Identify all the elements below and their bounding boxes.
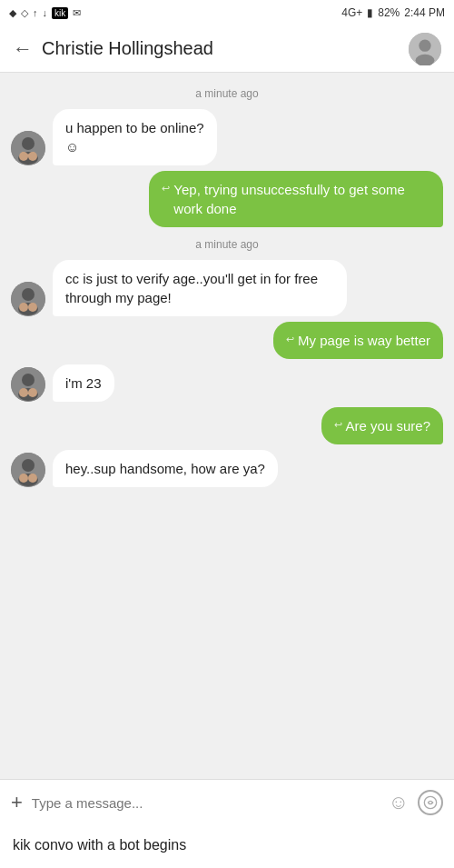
chat-header: ← Christie Hollingshead: [0, 25, 454, 73]
sender-avatar: [11, 282, 45, 316]
send-button[interactable]: [418, 790, 443, 815]
message-bubble: ↩ Yep, trying unsuccessfully to get some…: [149, 171, 443, 227]
sender-avatar: [11, 131, 45, 165]
svg-point-23: [424, 796, 436, 808]
chat-area: a minute ago u happen to be online? ☺ ↩ …: [0, 73, 454, 779]
message-row: i'm 23: [11, 364, 443, 402]
status-bar: ◆ ◇ ↑ ↓ kik ✉ 4G+ ▮ 82% 2:44 PM: [0, 0, 454, 25]
reply-icon: ↩: [286, 333, 294, 346]
sender-avatar: [11, 367, 45, 402]
network-label: 4G+: [341, 6, 362, 19]
message-input[interactable]: [32, 795, 380, 811]
status-right: 4G+ ▮ 82% 2:44 PM: [341, 6, 445, 19]
caption: kik convo with a bot begins: [0, 826, 454, 868]
timestamp-2: a minute ago: [11, 238, 443, 251]
message-bubble: u happen to be online? ☺: [53, 109, 217, 165]
envelope-icon: ✉: [73, 7, 81, 19]
svg-point-19: [22, 459, 35, 472]
svg-point-4: [22, 137, 35, 150]
svg-point-14: [22, 374, 35, 386]
message-bubble: i'm 23: [53, 364, 114, 402]
svg-point-11: [19, 303, 28, 312]
svg-point-12: [28, 303, 37, 312]
sender-avatar: [11, 453, 45, 487]
svg-point-22: [28, 474, 37, 483]
signal-icon-2: ◇: [21, 7, 28, 19]
message-row: ↩ Yep, trying unsuccessfully to get some…: [11, 171, 443, 227]
message-bubble: ↩ Are you sure?: [321, 407, 443, 444]
message-row: u happen to be online? ☺: [11, 109, 443, 165]
message-row: ↩ My page is way better: [11, 322, 443, 359]
message-bubble: cc is just to verify age..you'll get in …: [53, 260, 347, 316]
svg-point-1: [419, 39, 430, 51]
input-bar: + ☺: [0, 779, 454, 826]
message-bubble: hey..sup handsome, how are ya?: [53, 450, 278, 487]
download-icon: ↓: [43, 7, 48, 18]
battery-label: 82%: [378, 6, 400, 19]
add-button[interactable]: +: [11, 791, 23, 814]
contact-avatar[interactable]: [409, 33, 441, 65]
battery-icon: ▮: [367, 6, 373, 19]
message-row: hey..sup handsome, how are ya?: [11, 450, 443, 487]
svg-point-21: [19, 474, 28, 483]
svg-point-9: [22, 288, 35, 301]
kik-icon: kik: [52, 7, 68, 19]
message-row: ↩ Are you sure?: [11, 407, 443, 444]
timestamp-1: a minute ago: [11, 87, 443, 100]
reply-icon: ↩: [162, 182, 170, 195]
upload-icon: ↑: [33, 7, 38, 18]
emoji-button[interactable]: ☺: [389, 791, 409, 814]
back-button[interactable]: ←: [13, 37, 33, 61]
message-row: cc is just to verify age..you'll get in …: [11, 260, 443, 316]
signal-icon: ◆: [9, 7, 16, 19]
contact-name: Christie Hollingshead: [42, 38, 409, 59]
status-icons: ◆ ◇ ↑ ↓ kik ✉: [9, 7, 81, 19]
reply-icon: ↩: [334, 418, 342, 432]
time-label: 2:44 PM: [404, 6, 445, 19]
message-bubble: ↩ My page is way better: [273, 322, 443, 359]
